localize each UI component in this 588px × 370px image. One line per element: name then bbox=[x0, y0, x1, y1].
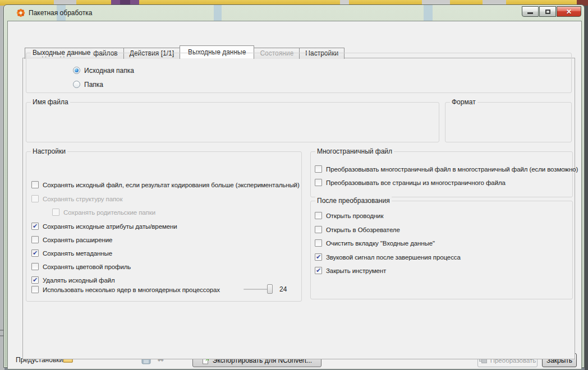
minimize-icon bbox=[527, 12, 533, 14]
checkbox-icon bbox=[31, 249, 39, 257]
cores-slider-value: 24 bbox=[279, 285, 287, 293]
checkbox-label: Сохранять структуру папок bbox=[43, 196, 122, 202]
checkbox-icon bbox=[315, 226, 322, 233]
checkbox-label: Сохранять исходные атрибуты даты/времени bbox=[43, 223, 177, 230]
checkbox-keep-extension[interactable]: Сохранять расширение bbox=[31, 235, 112, 244]
checkbox-keep-parent-folders: Сохранять родительские папки bbox=[52, 208, 155, 216]
checkbox-label: Закрыть инструмент bbox=[326, 267, 386, 274]
checkbox-keep-datetime-attributes[interactable]: Сохранять исходные атрибуты даты/времени bbox=[31, 222, 177, 230]
maximize-icon bbox=[545, 10, 550, 14]
group-multipage-title: Многостраничный файл bbox=[315, 147, 394, 155]
window-title: Пакетная обработка bbox=[29, 9, 92, 17]
checkbox-clear-input-tab[interactable]: Очистить вкладку "Входные данные" bbox=[315, 239, 435, 247]
dialog-content: Входные данные: 0 файловДействия [1/1]Вы… bbox=[7, 21, 582, 369]
close-icon: ✕ bbox=[566, 8, 572, 16]
batch-dialog-window: Пакетная обработка ✕ Входные данные: 0 ф… bbox=[3, 4, 585, 368]
checkbox-label: Сохранять исходный файл, если результат … bbox=[43, 182, 300, 188]
checkbox-keep-folder-structure: Сохранять структуру папок bbox=[31, 195, 122, 203]
radio-icon bbox=[73, 67, 80, 74]
group-output-title: Выходные данные bbox=[31, 49, 92, 57]
group-format-title: Формат bbox=[450, 98, 477, 106]
checkbox-icon bbox=[31, 236, 39, 243]
radio-icon bbox=[73, 81, 80, 88]
checkbox-icon bbox=[31, 286, 39, 293]
checkbox-multipage-to-multipage[interactable]: Преобразовывать многостраничный файл в м… bbox=[315, 165, 578, 173]
checkbox-label: Использовать несколько ядер в многоядерн… bbox=[43, 286, 220, 293]
checkbox-icon bbox=[315, 165, 322, 173]
checkbox-icon bbox=[315, 212, 322, 219]
checkbox-icon bbox=[52, 209, 59, 216]
radio-source-label: Исходная папка bbox=[84, 67, 134, 75]
checkbox-icon bbox=[315, 253, 322, 261]
checkbox-delete-original[interactable]: Удалять исходный файл bbox=[31, 276, 115, 284]
group-settings-title: Настройки bbox=[31, 147, 67, 155]
checkbox-close-tool[interactable]: Закрыть инструмент bbox=[315, 266, 386, 275]
checkbox-icon bbox=[31, 263, 39, 270]
title-bar[interactable]: Пакетная обработка bbox=[4, 5, 584, 21]
checkbox-icon bbox=[31, 195, 39, 202]
checkbox-keep-metadata[interactable]: Сохранять метаданные bbox=[31, 249, 112, 257]
checkbox-icon bbox=[315, 239, 322, 247]
radio-folder-label: Папка bbox=[84, 81, 103, 89]
checkbox-label: Сохранять расширение bbox=[43, 237, 112, 243]
checkbox-icon bbox=[315, 267, 322, 274]
checkbox-label: Сохранять цветовой профиль bbox=[43, 263, 131, 270]
checkbox-icon bbox=[315, 179, 322, 186]
checkbox-open-explorer[interactable]: Открыть проводник bbox=[315, 211, 383, 220]
xnview-logo-icon bbox=[16, 8, 25, 17]
checkbox-icon bbox=[31, 181, 39, 188]
checkbox-icon bbox=[31, 223, 39, 230]
radio-source-folder[interactable]: Исходная папка bbox=[73, 66, 134, 75]
radio-folder[interactable]: Папка bbox=[73, 80, 103, 89]
maximize-button[interactable] bbox=[539, 6, 556, 17]
checkbox-icon bbox=[31, 276, 39, 284]
checkbox-label: Очистить вкладку "Входные данные" bbox=[326, 240, 435, 247]
checkbox-label: Преобразовывать многостраничный файл в м… bbox=[326, 166, 578, 173]
slider-handle[interactable] bbox=[267, 284, 273, 294]
background-right-strip bbox=[585, 6, 588, 370]
checkbox-convert-all-pages[interactable]: Преобразовывать все страницы из многостр… bbox=[315, 178, 506, 187]
checkbox-use-multiple-cores[interactable]: Использовать несколько ядер в многоядерн… bbox=[31, 285, 220, 294]
minimize-button[interactable] bbox=[522, 6, 539, 17]
checkbox-open-in-browser[interactable]: Открыть в Обозревателе bbox=[315, 225, 400, 234]
checkbox-label: Сохранять метаданные bbox=[43, 250, 112, 257]
group-multipage: Многостраничный файл bbox=[310, 151, 573, 197]
checkbox-keep-original-if-bigger[interactable]: Сохранять исходный файл, если результат … bbox=[31, 181, 300, 189]
checkbox-label: Преобразовывать все страницы из многостр… bbox=[326, 179, 506, 186]
checkbox-sound-on-finish[interactable]: Звуковой сигнал после завершения процесс… bbox=[315, 253, 461, 261]
group-filename: Имя файла bbox=[26, 102, 439, 142]
checkbox-label: Удалять исходный файл bbox=[43, 277, 115, 284]
checkbox-label: Открыть в Обозревателе bbox=[326, 226, 400, 233]
group-after-title: После преобразования bbox=[315, 197, 392, 205]
checkbox-keep-color-profile[interactable]: Сохранять цветовой профиль bbox=[31, 262, 131, 271]
checkbox-label: Открыть проводник bbox=[326, 212, 383, 219]
checkbox-label: Звуковой сигнал после завершения процесс… bbox=[326, 254, 461, 261]
checkbox-label: Сохранять родительские папки bbox=[63, 209, 155, 216]
group-format: Формат bbox=[445, 102, 572, 142]
close-button[interactable]: ✕ bbox=[557, 6, 581, 17]
group-filename-title: Имя файла bbox=[31, 98, 70, 106]
